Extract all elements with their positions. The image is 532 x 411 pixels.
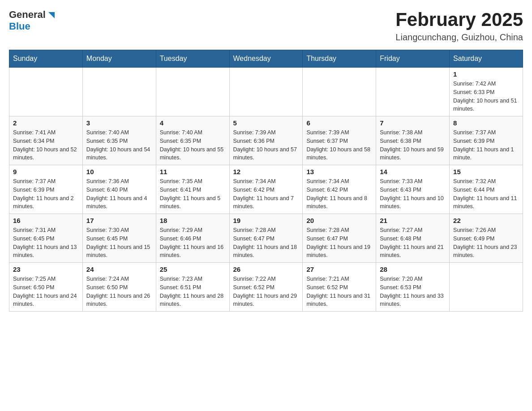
logo: General Blue: [9, 9, 56, 32]
calendar-week-row: 1Sunrise: 7:42 AMSunset: 6:33 PMDaylight…: [9, 68, 523, 116]
day-number: 7: [380, 119, 446, 127]
day-info: Sunrise: 7:39 AMSunset: 6:36 PMDaylight:…: [233, 128, 299, 162]
day-number: 2: [13, 119, 79, 127]
day-number: 8: [453, 119, 519, 127]
logo-triangle-icon: [47, 10, 56, 20]
table-row: 15Sunrise: 7:32 AMSunset: 6:44 PMDayligh…: [450, 165, 523, 214]
day-info: Sunrise: 7:42 AMSunset: 6:33 PMDaylight:…: [453, 80, 519, 113]
calendar-subtitle: Liangcunchang, Guizhou, China: [395, 32, 523, 43]
day-info: Sunrise: 7:33 AMSunset: 6:43 PMDaylight:…: [380, 177, 446, 211]
table-row: 6Sunrise: 7:39 AMSunset: 6:37 PMDaylight…: [303, 116, 376, 165]
day-info: Sunrise: 7:37 AMSunset: 6:39 PMDaylight:…: [453, 128, 519, 162]
day-info: Sunrise: 7:40 AMSunset: 6:35 PMDaylight:…: [160, 128, 226, 162]
header-tuesday: Tuesday: [156, 50, 229, 68]
header-friday: Friday: [376, 50, 450, 68]
svg-marker-0: [48, 12, 55, 18]
day-info: Sunrise: 7:21 AMSunset: 6:52 PMDaylight:…: [306, 275, 372, 308]
header-saturday: Saturday: [450, 50, 523, 68]
table-row: 14Sunrise: 7:33 AMSunset: 6:43 PMDayligh…: [376, 165, 450, 214]
day-number: 3: [86, 119, 152, 127]
header-thursday: Thursday: [303, 50, 376, 68]
table-row: [376, 68, 450, 116]
day-info: Sunrise: 7:28 AMSunset: 6:47 PMDaylight:…: [306, 226, 372, 260]
weekday-header-row: Sunday Monday Tuesday Wednesday Thursday…: [9, 50, 523, 68]
calendar-week-row: 16Sunrise: 7:31 AMSunset: 6:45 PMDayligh…: [9, 214, 523, 263]
day-number: 12: [233, 168, 299, 176]
day-number: 19: [233, 217, 299, 224]
day-number: 21: [380, 217, 446, 224]
table-row: 25Sunrise: 7:23 AMSunset: 6:51 PMDayligh…: [156, 263, 229, 312]
day-info: Sunrise: 7:20 AMSunset: 6:53 PMDaylight:…: [380, 275, 446, 308]
table-row: [82, 68, 156, 116]
header-wednesday: Wednesday: [229, 50, 303, 68]
day-info: Sunrise: 7:23 AMSunset: 6:51 PMDaylight:…: [160, 275, 226, 308]
calendar-week-row: 9Sunrise: 7:37 AMSunset: 6:39 PMDaylight…: [9, 165, 523, 214]
day-number: 23: [13, 265, 79, 273]
day-info: Sunrise: 7:37 AMSunset: 6:39 PMDaylight:…: [13, 177, 79, 211]
logo-blue-text: Blue: [9, 21, 30, 32]
header-sunday: Sunday: [9, 50, 83, 68]
day-info: Sunrise: 7:32 AMSunset: 6:44 PMDaylight:…: [453, 177, 519, 211]
table-row: [229, 68, 303, 116]
calendar-week-row: 2Sunrise: 7:41 AMSunset: 6:34 PMDaylight…: [9, 116, 523, 165]
table-row: 24Sunrise: 7:24 AMSunset: 6:50 PMDayligh…: [82, 263, 156, 312]
table-row: 4Sunrise: 7:40 AMSunset: 6:35 PMDaylight…: [156, 116, 229, 165]
day-info: Sunrise: 7:26 AMSunset: 6:49 PMDaylight:…: [453, 226, 519, 260]
day-number: 4: [160, 119, 226, 127]
page-header: General Blue February 2025 Liangcunchang…: [9, 9, 523, 43]
day-info: Sunrise: 7:22 AMSunset: 6:52 PMDaylight:…: [233, 275, 299, 308]
day-info: Sunrise: 7:29 AMSunset: 6:46 PMDaylight:…: [160, 226, 226, 260]
day-number: 25: [160, 265, 226, 273]
table-row: 20Sunrise: 7:28 AMSunset: 6:47 PMDayligh…: [303, 214, 376, 263]
table-row: 9Sunrise: 7:37 AMSunset: 6:39 PMDaylight…: [9, 165, 83, 214]
day-info: Sunrise: 7:38 AMSunset: 6:38 PMDaylight:…: [380, 128, 446, 162]
day-info: Sunrise: 7:30 AMSunset: 6:45 PMDaylight:…: [86, 226, 152, 260]
table-row: 16Sunrise: 7:31 AMSunset: 6:45 PMDayligh…: [9, 214, 83, 263]
table-row: 5Sunrise: 7:39 AMSunset: 6:36 PMDaylight…: [229, 116, 303, 165]
header-monday: Monday: [82, 50, 156, 68]
table-row: [156, 68, 229, 116]
day-info: Sunrise: 7:31 AMSunset: 6:45 PMDaylight:…: [13, 226, 79, 260]
day-number: 16: [13, 217, 79, 224]
table-row: 10Sunrise: 7:36 AMSunset: 6:40 PMDayligh…: [82, 165, 156, 214]
day-info: Sunrise: 7:28 AMSunset: 6:47 PMDaylight:…: [233, 226, 299, 260]
table-row: 7Sunrise: 7:38 AMSunset: 6:38 PMDaylight…: [376, 116, 450, 165]
table-row: 21Sunrise: 7:27 AMSunset: 6:48 PMDayligh…: [376, 214, 450, 263]
table-row: 2Sunrise: 7:41 AMSunset: 6:34 PMDaylight…: [9, 116, 83, 165]
day-info: Sunrise: 7:39 AMSunset: 6:37 PMDaylight:…: [306, 128, 372, 162]
table-row: 27Sunrise: 7:21 AMSunset: 6:52 PMDayligh…: [303, 263, 376, 312]
table-row: [450, 263, 523, 312]
day-number: 1: [453, 70, 519, 78]
day-info: Sunrise: 7:34 AMSunset: 6:42 PMDaylight:…: [306, 177, 372, 211]
table-row: 3Sunrise: 7:40 AMSunset: 6:35 PMDaylight…: [82, 116, 156, 165]
day-number: 11: [160, 168, 226, 176]
day-info: Sunrise: 7:27 AMSunset: 6:48 PMDaylight:…: [380, 226, 446, 260]
day-number: 5: [233, 119, 299, 127]
calendar-week-row: 23Sunrise: 7:25 AMSunset: 6:50 PMDayligh…: [9, 263, 523, 312]
day-number: 6: [306, 119, 372, 127]
table-row: 1Sunrise: 7:42 AMSunset: 6:33 PMDaylight…: [450, 68, 523, 116]
day-info: Sunrise: 7:41 AMSunset: 6:34 PMDaylight:…: [13, 128, 79, 162]
day-number: 22: [453, 217, 519, 224]
table-row: 11Sunrise: 7:35 AMSunset: 6:41 PMDayligh…: [156, 165, 229, 214]
day-number: 27: [306, 265, 372, 273]
table-row: 23Sunrise: 7:25 AMSunset: 6:50 PMDayligh…: [9, 263, 83, 312]
calendar-table: Sunday Monday Tuesday Wednesday Thursday…: [9, 50, 523, 312]
day-number: 17: [86, 217, 152, 224]
day-info: Sunrise: 7:34 AMSunset: 6:42 PMDaylight:…: [233, 177, 299, 211]
table-row: 13Sunrise: 7:34 AMSunset: 6:42 PMDayligh…: [303, 165, 376, 214]
table-row: 18Sunrise: 7:29 AMSunset: 6:46 PMDayligh…: [156, 214, 229, 263]
day-info: Sunrise: 7:25 AMSunset: 6:50 PMDaylight:…: [13, 275, 79, 308]
table-row: [303, 68, 376, 116]
table-row: 28Sunrise: 7:20 AMSunset: 6:53 PMDayligh…: [376, 263, 450, 312]
table-row: 17Sunrise: 7:30 AMSunset: 6:45 PMDayligh…: [82, 214, 156, 263]
day-info: Sunrise: 7:36 AMSunset: 6:40 PMDaylight:…: [86, 177, 152, 211]
table-row: 19Sunrise: 7:28 AMSunset: 6:47 PMDayligh…: [229, 214, 303, 263]
day-number: 28: [380, 265, 446, 273]
day-number: 26: [233, 265, 299, 273]
table-row: 26Sunrise: 7:22 AMSunset: 6:52 PMDayligh…: [229, 263, 303, 312]
day-number: 15: [453, 168, 519, 176]
day-number: 9: [13, 168, 79, 176]
day-number: 20: [306, 217, 372, 224]
day-info: Sunrise: 7:24 AMSunset: 6:50 PMDaylight:…: [86, 275, 152, 308]
